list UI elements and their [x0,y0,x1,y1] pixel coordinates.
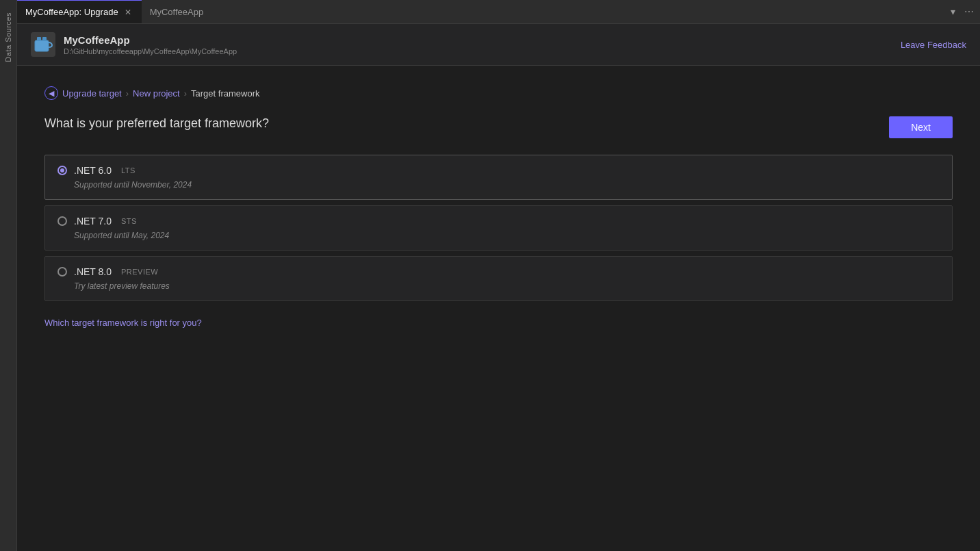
tab-main[interactable]: MyCoffeeApp [142,0,212,23]
tab-upgrade[interactable]: MyCoffeeApp: Upgrade ✕ [17,0,142,23]
app-icon [31,32,55,57]
radio-net60[interactable] [57,166,67,175]
framework-option-net70-header: .NET 7.0 STS [57,216,940,227]
breadcrumb-new-project[interactable]: New project [133,88,180,99]
page-header-row: What is your preferred target framework?… [44,116,953,138]
breadcrumb-upgrade-target[interactable]: Upgrade target [62,88,122,99]
tab-bar-right: ▾ ⋯ [946,5,980,18]
next-button[interactable]: Next [889,116,953,138]
svg-rect-1 [37,37,41,41]
framework-option-net70[interactable]: .NET 7.0 STS Supported until May, 2024 [44,205,953,251]
framework-net80-badge: PREVIEW [121,268,158,276]
framework-net60-desc: Supported until November, 2024 [74,180,940,190]
tab-chevron-down[interactable]: ▾ [946,5,959,18]
framework-net80-name: .NET 8.0 [74,266,112,277]
app-info: MyCoffeeApp D:\GitHub\mycoffeeapp\MyCoff… [64,34,237,55]
page-content: ◀ Upgrade target › New project › Target … [17,66,980,551]
breadcrumb: ◀ Upgrade target › New project › Target … [44,86,953,100]
framework-net60-badge: LTS [121,166,136,175]
main-area: MyCoffeeApp: Upgrade ✕ MyCoffeeApp ▾ ⋯ M… [17,0,980,551]
framework-option-net60[interactable]: .NET 6.0 LTS Supported until November, 2… [44,155,953,200]
framework-option-net80[interactable]: .NET 8.0 PREVIEW Try latest preview feat… [44,256,953,301]
tab-bar: MyCoffeeApp: Upgrade ✕ MyCoffeeApp ▾ ⋯ [17,0,980,24]
radio-net80[interactable] [57,267,67,277]
sidebar: Data Sources [0,0,17,551]
framework-options: .NET 6.0 LTS Supported until November, 2… [44,155,953,307]
sidebar-label: Data Sources [4,12,12,62]
breadcrumb-current: Target framework [191,88,259,99]
breadcrumb-sep-1: › [126,88,129,99]
framework-net70-badge: STS [121,217,137,225]
svg-rect-2 [42,37,47,41]
app-name: MyCoffeeApp [64,34,237,46]
app-header-left: MyCoffeeApp D:\GitHub\mycoffeeapp\MyCoff… [31,32,237,57]
leave-feedback-link[interactable]: Leave Feedback [901,40,966,50]
page-question: What is your preferred target framework? [44,116,269,131]
breadcrumb-sep-2: › [184,88,187,99]
tab-close-upgrade[interactable]: ✕ [122,7,133,18]
framework-net70-desc: Supported until May, 2024 [74,231,940,240]
breadcrumb-back-button[interactable]: ◀ [44,86,58,100]
help-link[interactable]: Which target framework is right for you? [44,318,202,328]
tab-main-label: MyCoffeeApp [150,7,204,17]
tab-ellipsis[interactable]: ⋯ [962,5,976,18]
framework-net70-name: .NET 7.0 [74,216,112,227]
app-path: D:\GitHub\mycoffeeapp\MyCoffeeApp\MyCoff… [64,47,237,55]
tab-upgrade-label: MyCoffeeApp: Upgrade [25,7,118,17]
svg-rect-0 [35,40,49,51]
framework-option-net80-header: .NET 8.0 PREVIEW [57,266,940,277]
framework-option-net60-header: .NET 6.0 LTS [57,165,940,176]
radio-net70[interactable] [57,216,67,226]
framework-net60-name: .NET 6.0 [74,165,112,176]
framework-net80-desc: Try latest preview features [74,281,940,291]
app-header: MyCoffeeApp D:\GitHub\mycoffeeapp\MyCoff… [17,24,980,66]
